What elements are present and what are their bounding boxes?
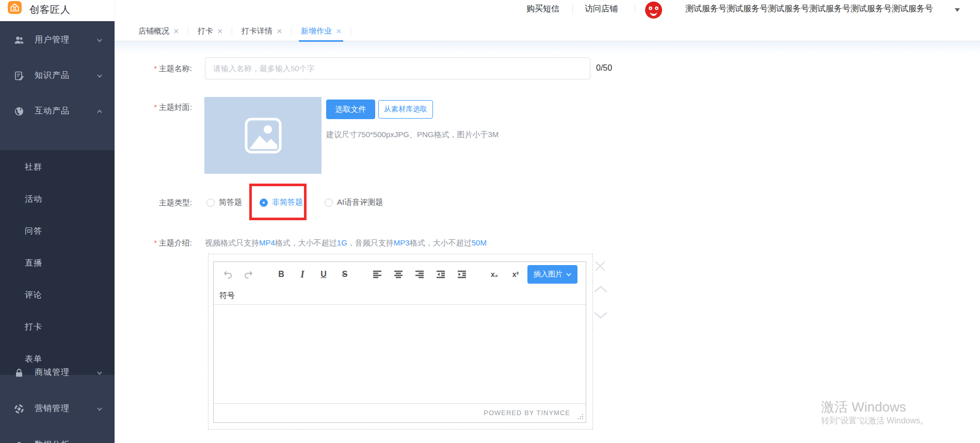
sidebar-item-interactive-products[interactable]: 互动产品 (0, 93, 115, 129)
char-counter: 0/50 (596, 63, 612, 73)
lock-icon (14, 368, 24, 378)
sidebar-item-label: 互动产品 (35, 106, 70, 117)
document-icon (14, 71, 24, 81)
close-tab-icon[interactable] (336, 29, 341, 34)
sidebar-subitem-community[interactable]: 社群 (0, 151, 115, 183)
radio-circle-checked[interactable] (260, 199, 268, 207)
buy-sms-link[interactable]: 购买短信 (526, 4, 559, 14)
redo-icon[interactable] (243, 269, 254, 280)
header-divider (635, 4, 635, 14)
strikethrough-button[interactable]: S (339, 269, 350, 280)
chart-icon (14, 440, 24, 443)
underline-button[interactable]: U (318, 269, 329, 280)
chevron-down-icon (96, 405, 103, 413)
editor-statusbar: POWERED BY TINYMCE (214, 403, 586, 422)
account-avatar[interactable] (645, 2, 662, 19)
undo-icon[interactable] (222, 269, 233, 280)
sidebar-item-data-analysis[interactable]: 数据分析 (0, 427, 115, 443)
sidebar-item-label: 商城管理 (35, 367, 70, 378)
move-block-down-icon[interactable] (593, 310, 608, 322)
cover-image-placeholder[interactable] (204, 97, 322, 174)
rich-text-editor: B I U S x₂ x² (213, 261, 586, 423)
tab-checkin[interactable]: 打卡 (188, 21, 232, 41)
chevron-down-icon (96, 369, 103, 376)
superscript-button[interactable]: x² (510, 269, 521, 280)
resize-grip-icon[interactable] (577, 414, 584, 420)
symbol-dropdown[interactable]: 符号 (219, 291, 235, 301)
app-window: 创客匠人 购买短信 访问店铺 测试服务号测试服务号测试服务号测试服务号测试服务号… (0, 0, 980, 443)
sidebar-item-mall-management[interactable]: 商城管理 (0, 355, 115, 390)
close-tab-icon[interactable] (218, 29, 222, 34)
editor-content[interactable] (214, 305, 586, 404)
top-header: 创客匠人 购买短信 访问店铺 测试服务号测试服务号测试服务号测试服务号测试服务号… (0, 0, 980, 21)
sidebar-subitem-activity[interactable]: 活动 (0, 183, 115, 215)
tab-new-assignment[interactable]: 新增作业 (292, 21, 350, 41)
select-file-button[interactable]: 选取文件 (326, 100, 375, 119)
radio-non-short-answer[interactable]: 非简答题 (260, 198, 303, 207)
chevron-down-icon (566, 273, 571, 276)
radio-short-answer[interactable]: 简答题 (206, 198, 242, 207)
close-tab-icon[interactable] (174, 29, 179, 34)
sidebar-subitem-live[interactable]: 直播 (0, 247, 115, 279)
sidebar-submenu-interactive: 社群 活动 问答 直播 评论 打卡 表单 (0, 150, 115, 375)
chevron-up-icon (96, 108, 103, 115)
windows-activation-watermark: 激活 Windows (821, 398, 906, 416)
align-right-icon[interactable] (414, 269, 425, 280)
sidebar-item-user-management[interactable]: 用户管理 (0, 22, 115, 58)
sidebar-subitem-comments[interactable]: 评论 (0, 279, 115, 311)
users-icon (14, 35, 24, 45)
visit-shop-link[interactable]: 访问店铺 (585, 4, 618, 14)
align-left-icon[interactable] (372, 269, 383, 280)
globe-icon (14, 106, 24, 117)
open-tabs-bar: 店铺概况 打卡 打卡详情 新增作业 (115, 21, 980, 41)
tab-checkin-detail[interactable]: 打卡详情 (232, 21, 291, 41)
cover-hint-text: 建议尺寸750*500pxJPG、PNG格式，图片小于3M (326, 130, 499, 140)
chevron-down-icon (96, 72, 103, 79)
topic-name-input[interactable] (205, 57, 590, 79)
italic-button[interactable]: I (297, 269, 308, 280)
sidebar-item-label: 知识产品 (35, 70, 70, 81)
account-name[interactable]: 测试服务号测试服务号测试服务号测试服务号测试服务号测试服务号 (685, 4, 950, 14)
radio-circle[interactable] (206, 199, 215, 207)
subscript-button[interactable]: x₂ (489, 269, 500, 280)
sidebar-nav: 用户管理 知识产品 互动产品 (0, 21, 115, 443)
required-asterisk: * (154, 239, 156, 247)
sidebar-subitem-checkin[interactable]: 打卡 (0, 311, 115, 343)
intro-hint-text: 视频格式只支持MP4格式，大小不超过1G，音频只支持MP3格式，大小不超过50M (205, 238, 487, 248)
radio-ai-voice-evaluation[interactable]: AI语音评测题 (325, 198, 383, 207)
sidebar-item-marketing-management[interactable]: 营销管理 (0, 391, 115, 426)
close-tab-icon[interactable] (277, 29, 282, 34)
insert-image-button[interactable]: 插入图片 (527, 265, 577, 284)
sidebar-subitem-qa[interactable]: 问答 (0, 215, 115, 247)
radio-circle[interactable] (325, 199, 333, 207)
header-divider (572, 4, 573, 14)
field-label-intro: *主题介绍: (115, 238, 192, 248)
indent-icon[interactable] (456, 269, 468, 280)
move-block-up-icon[interactable] (593, 285, 608, 296)
required-asterisk: * (154, 103, 156, 111)
editor-toolbar-row1: B I U S x₂ x² (214, 262, 586, 287)
sidebar-item-label: 用户管理 (35, 35, 70, 45)
sidebar-item-label: 营销管理 (35, 403, 70, 414)
field-label-type: 主题类型: (115, 198, 192, 208)
remove-block-icon[interactable] (593, 259, 607, 275)
header-divider-left (115, 0, 115, 21)
chevron-down-icon (96, 37, 103, 44)
brand-name: 创客匠人 (29, 3, 71, 17)
required-asterisk: * (154, 64, 156, 73)
account-caret-icon[interactable] (955, 8, 960, 12)
brand-logo-icon (8, 1, 22, 14)
tinymce-branding: POWERED BY TINYMCE (484, 409, 570, 417)
outdent-icon[interactable] (435, 269, 446, 280)
editor-toolbar-row2: 符号 (214, 287, 586, 305)
field-label-name: *主题名称: (115, 64, 192, 74)
tab-shop-overview[interactable]: 店铺概况 (129, 21, 188, 41)
target-icon (14, 404, 24, 414)
from-library-button[interactable]: 从素材库选取 (378, 100, 433, 119)
main-content: *主题名称: 0/50 *主题封面: 选取文件 从素材库选取 建议尺寸750*5… (115, 41, 980, 443)
align-center-icon[interactable] (393, 269, 404, 280)
tab-divider (350, 27, 351, 35)
bold-button[interactable]: B (276, 269, 287, 280)
sidebar-item-knowledge-products[interactable]: 知识产品 (0, 58, 115, 93)
sidebar-item-label: 数据分析 (35, 439, 70, 443)
